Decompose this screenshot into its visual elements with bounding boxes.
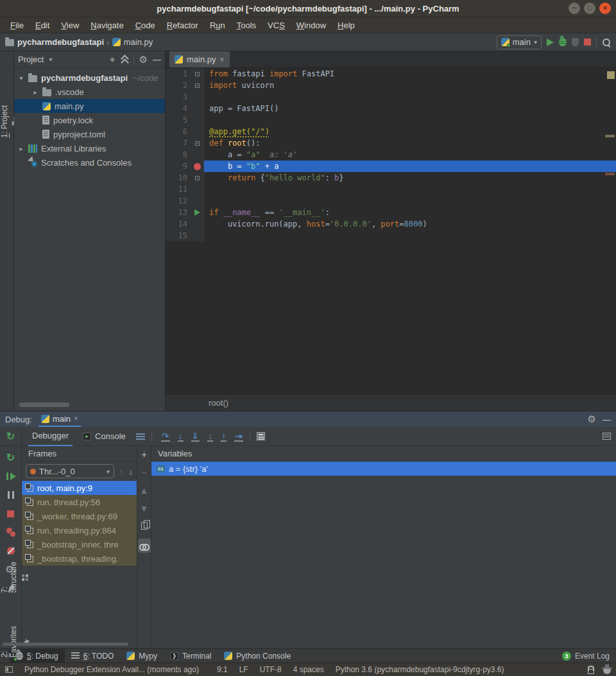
code-text[interactable]: import uvicorn <box>204 80 616 91</box>
code-editor[interactable]: 1from fastapi import FastAPI2import uvic… <box>166 68 616 394</box>
menu-navigate[interactable]: Navigate <box>85 19 128 31</box>
code-text[interactable]: @app.get("/") <box>204 126 616 137</box>
tree-item-poetry-lock[interactable]: poetry.lock <box>14 113 165 127</box>
frame-row[interactable]: _worker, thread.py:69 <box>22 509 137 523</box>
code-text[interactable] <box>204 184 616 195</box>
tree-item-pycharmdebugfastapi[interactable]: ▾pycharmdebugfastapi~/code <box>14 71 165 85</box>
view-breakpoints-icon[interactable] <box>6 528 15 537</box>
variable-row[interactable]: 01a = {str} 'a' <box>151 462 616 476</box>
tree-arrow-icon[interactable]: ▸ <box>31 89 40 96</box>
gutter-icon-slot[interactable] <box>191 114 204 126</box>
tree-item-external-libraries[interactable]: ▸External Libraries <box>14 141 165 155</box>
stop-button[interactable] <box>584 39 591 46</box>
tool-window-switcher-icon[interactable] <box>5 666 13 673</box>
gutter-icon-slot[interactable] <box>191 137 204 149</box>
menu-refactor[interactable]: Refactor <box>162 19 203 31</box>
run-with-coverage-button[interactable] <box>572 38 579 46</box>
maximize-button[interactable]: □ <box>584 3 595 14</box>
inspection-indicator[interactable] <box>607 71 615 79</box>
menu-run[interactable]: Run <box>205 19 230 31</box>
line-number[interactable]: 10 <box>166 172 191 184</box>
code-line-14[interactable]: 14 uvicorn.run(app, host='0.0.0.0', port… <box>166 218 616 230</box>
line-number[interactable]: 9 <box>166 160 191 172</box>
duplicate-watch-icon[interactable] <box>141 522 148 530</box>
close-icon[interactable]: × <box>220 55 225 64</box>
code-text[interactable] <box>204 230 616 241</box>
layout-settings-icon[interactable] <box>136 433 145 440</box>
highlighting-level-icon[interactable] <box>603 666 611 674</box>
pin-icon[interactable] <box>5 584 16 594</box>
menu-file[interactable]: File <box>5 19 29 31</box>
breakpoint-icon[interactable] <box>194 163 201 170</box>
tree-arrow-icon[interactable]: ▾ <box>17 74 26 82</box>
code-text[interactable] <box>204 91 616 103</box>
chevron-down-icon[interactable]: ▾ <box>49 56 52 63</box>
caret-position[interactable]: 9:1 <box>217 665 228 674</box>
line-number[interactable]: 1 <box>166 68 191 80</box>
tree-item-scratches-and-consoles[interactable]: Scratches and Consoles <box>14 155 165 169</box>
tree-item-main-py[interactable]: main.py <box>14 99 165 113</box>
line-number[interactable]: 3 <box>166 91 191 103</box>
code-text[interactable]: from fastapi import FastAPI <box>204 68 616 80</box>
code-line-7[interactable]: 7def root(): <box>166 137 616 149</box>
code-line-10[interactable]: 10 return {"hello world": b} <box>166 172 616 184</box>
show-watches-icon[interactable] <box>138 539 151 553</box>
previous-frame-icon[interactable]: ↑ <box>119 467 124 476</box>
line-number[interactable]: 6 <box>166 126 191 137</box>
tree-arrow-icon[interactable]: ▸ <box>17 145 26 152</box>
gutter-icon-slot[interactable] <box>191 103 204 114</box>
step-out-icon[interactable]: ↑ <box>221 431 227 442</box>
menu-code[interactable]: Code <box>130 19 160 31</box>
close-icon[interactable]: × <box>74 414 78 423</box>
step-over-icon[interactable]: ↷ <box>161 431 170 442</box>
gear-icon[interactable]: ⚙ <box>139 55 148 64</box>
line-separator[interactable]: LF <box>239 665 248 674</box>
code-text[interactable]: return {"hello world": b} <box>204 172 616 184</box>
step-into-my-code-icon[interactable]: ⇓ <box>191 431 200 442</box>
horizontal-scrollbar[interactable] <box>3 643 128 646</box>
code-line-13[interactable]: 13if __name__ == '__main__': <box>166 207 616 218</box>
thread-select[interactable]: Thr...-0_0 ▾ <box>26 464 114 478</box>
tool-window-tab-python-console[interactable]: Python Console <box>218 649 297 663</box>
gutter-icon-slot[interactable] <box>191 218 204 230</box>
code-line-1[interactable]: 1from fastapi import FastAPI <box>166 68 616 80</box>
warning-stripe-mark[interactable] <box>605 135 615 137</box>
rerun-icon[interactable]: ↻ <box>6 453 15 462</box>
line-number[interactable]: 4 <box>166 103 191 114</box>
line-number[interactable]: 13 <box>166 207 191 218</box>
close-button[interactable]: × <box>599 3 611 14</box>
fold-marker-icon[interactable] <box>195 83 200 88</box>
code-line-5[interactable]: 5 <box>166 114 616 126</box>
line-number[interactable]: 5 <box>166 114 191 126</box>
code-line-2[interactable]: 2import uvicorn <box>166 80 616 91</box>
fold-marker-icon[interactable] <box>195 141 200 146</box>
mute-breakpoints-icon[interactable] <box>7 547 15 555</box>
gutter-icon-slot[interactable] <box>191 68 204 80</box>
run-button[interactable] <box>547 39 554 46</box>
step-into-icon[interactable]: ↓ <box>178 431 184 442</box>
fold-marker-icon[interactable] <box>195 176 200 180</box>
menu-view[interactable]: View <box>56 19 84 31</box>
tool-window-tab-terminal[interactable]: ❯Terminal <box>164 649 218 663</box>
frame-row[interactable]: run, threading.py:864 <box>22 523 137 537</box>
debug-button[interactable] <box>559 38 567 46</box>
horizontal-scrollbar[interactable] <box>19 403 69 407</box>
line-number[interactable]: 7 <box>166 137 191 149</box>
line-number[interactable]: 12 <box>166 195 191 207</box>
code-line-11[interactable]: 11 <box>166 184 616 195</box>
tool-window-tab-mypy[interactable]: Mypy <box>120 649 164 663</box>
code-text[interactable]: app = FastAPI() <box>204 103 616 114</box>
hide-panel-icon[interactable]: — <box>603 415 611 424</box>
editor-tab-main-py[interactable]: main.py × <box>169 51 230 67</box>
indent-style[interactable]: 4 spaces <box>293 665 324 674</box>
menu-tools[interactable]: Tools <box>232 19 261 31</box>
run-to-cursor-icon[interactable]: ⇥ <box>234 431 243 442</box>
code-line-12[interactable]: 12 <box>166 195 616 207</box>
code-text[interactable] <box>204 114 616 126</box>
gutter-icon-slot[interactable] <box>191 126 204 137</box>
force-step-into-icon[interactable]: ↓ <box>207 431 213 442</box>
collapse-all-icon[interactable] <box>121 56 128 64</box>
menu-vcs[interactable]: VCS <box>262 19 290 31</box>
frame-row[interactable]: root, main.py:9 <box>22 481 137 495</box>
debugger-settings-icon[interactable]: ⚙▾ <box>5 565 15 575</box>
